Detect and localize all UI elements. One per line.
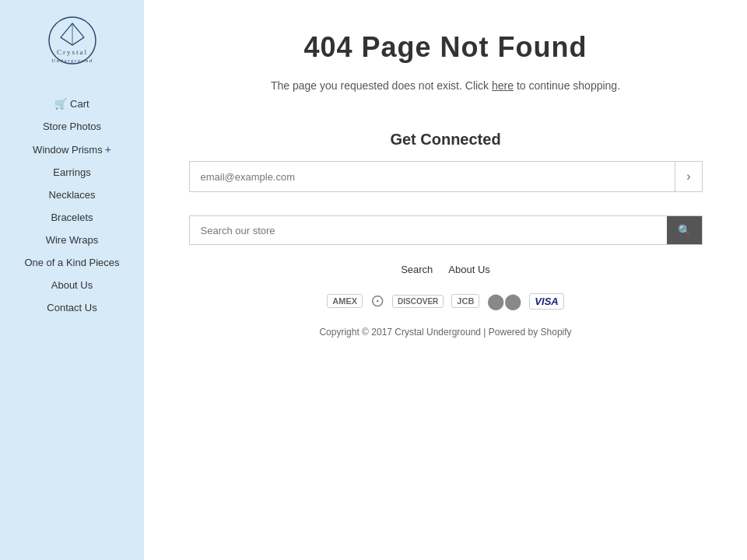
sidebar-item-label: Earrings bbox=[53, 166, 90, 178]
sidebar: Crystal Underground 🛒 Cart Store Photos … bbox=[0, 0, 144, 560]
visa-icon: VISA bbox=[529, 293, 563, 310]
email-input[interactable] bbox=[190, 162, 675, 191]
sidebar-item-store-photos[interactable]: Store Photos bbox=[0, 115, 144, 138]
svg-line-3 bbox=[72, 37, 84, 45]
sidebar-item-cart[interactable]: 🛒 Cart bbox=[0, 93, 144, 115]
main-content: 404 Page Not Found The page you requeste… bbox=[144, 0, 747, 560]
sidebar-item-window-prisms[interactable]: Window Prisms + bbox=[0, 138, 144, 161]
sidebar-item-label: One of a Kind Pieces bbox=[24, 257, 119, 268]
jcb-icon: JCB bbox=[451, 294, 479, 308]
sidebar-item-label: Cart bbox=[70, 98, 89, 110]
search-icon: 🔍 bbox=[678, 224, 691, 236]
email-form: › bbox=[189, 161, 703, 192]
sidebar-item-label: Necklaces bbox=[49, 189, 96, 201]
svg-text:Underground: Underground bbox=[51, 58, 93, 64]
plus-icon: + bbox=[105, 143, 111, 156]
amex-icon: AMEX bbox=[327, 294, 363, 308]
logo-wrap: Crystal Underground bbox=[18, 8, 127, 77]
error-text-before: The page you requested does not exist. C… bbox=[271, 79, 492, 92]
sidebar-item-label: Bracelets bbox=[51, 212, 93, 223]
sidebar-item-contact-us[interactable]: Contact Us bbox=[0, 296, 144, 319]
error-message: The page you requested does not exist. C… bbox=[271, 79, 620, 92]
sidebar-item-wire-wraps[interactable]: Wire Wraps bbox=[0, 229, 144, 251]
here-link[interactable]: here bbox=[492, 79, 514, 92]
email-submit-button[interactable]: › bbox=[675, 162, 701, 191]
search-form: 🔍 bbox=[189, 215, 703, 245]
sidebar-item-label: Store Photos bbox=[43, 121, 101, 132]
sidebar-item-label: Window Prisms bbox=[33, 144, 103, 156]
footer-link-about[interactable]: About Us bbox=[448, 264, 489, 275]
svg-text:Crystal: Crystal bbox=[57, 48, 88, 56]
search-submit-button[interactable]: 🔍 bbox=[667, 216, 702, 244]
logo-image: Crystal Underground bbox=[26, 16, 119, 66]
payment-icons: AMEX ⊙ DISCOVER JCB ⬤⬤ VISA bbox=[327, 291, 563, 311]
mastercard-icon: ⬤⬤ bbox=[487, 292, 521, 310]
sidebar-item-necklaces[interactable]: Necklaces bbox=[0, 184, 144, 206]
get-connected-title: Get Connected bbox=[390, 131, 500, 149]
footer-link-search[interactable]: Search bbox=[401, 264, 433, 275]
error-text-after: to continue shopping. bbox=[514, 79, 620, 92]
sidebar-item-label: Contact Us bbox=[47, 302, 96, 313]
sidebar-item-earrings[interactable]: Earrings bbox=[0, 161, 144, 184]
sidebar-item-bracelets[interactable]: Bracelets bbox=[0, 206, 144, 229]
diners-icon: ⊙ bbox=[370, 291, 384, 311]
sidebar-item-label: Wire Wraps bbox=[46, 234, 99, 246]
discover-icon: DISCOVER bbox=[392, 295, 444, 308]
sidebar-nav: 🛒 Cart Store Photos Window Prisms + Earr… bbox=[0, 93, 144, 319]
sidebar-item-about-us[interactable]: About Us bbox=[0, 274, 144, 296]
sidebar-item-label: About Us bbox=[51, 279, 93, 291]
footer-links: Search About Us bbox=[401, 264, 490, 275]
get-connected-section: Get Connected › 🔍 Search About Us AMEX ⊙… bbox=[181, 131, 710, 338]
sidebar-item-one-of-a-kind[interactable]: One of a Kind Pieces bbox=[0, 251, 144, 274]
search-input[interactable] bbox=[190, 216, 667, 244]
page-title: 404 Page Not Found bbox=[303, 31, 587, 64]
copyright: Copyright © 2017 Crystal Underground | P… bbox=[319, 327, 571, 338]
cart-icon: 🛒 bbox=[54, 98, 67, 110]
svg-line-2 bbox=[61, 37, 72, 45]
